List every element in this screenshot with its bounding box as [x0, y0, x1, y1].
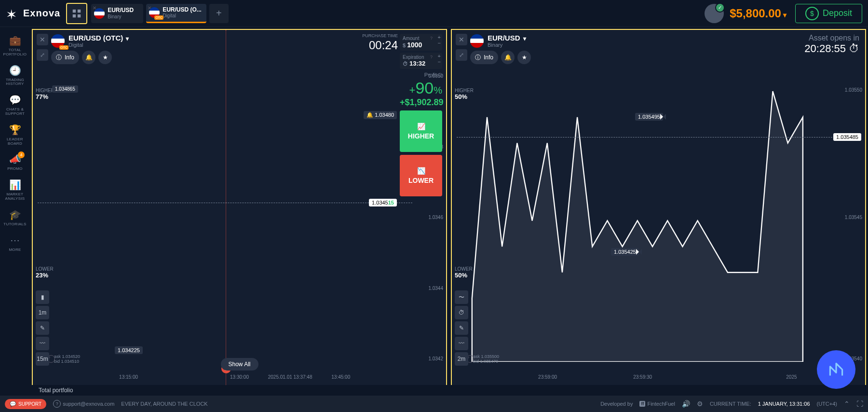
sidebar-item-chats[interactable]: 💬CHATS & SUPPORT: [1, 91, 28, 119]
timeframe-button[interactable]: ⏱: [455, 306, 468, 319]
line-chart[interactable]: [466, 85, 831, 362]
close-panel-button[interactable]: ✕: [37, 34, 48, 45]
expiration-input[interactable]: Expiration 13:32 ? +−: [400, 53, 442, 69]
more-icon: ⋯: [10, 234, 20, 246]
high-price-label: 1.035495: [635, 113, 663, 121]
sidebar-item-analysis[interactable]: 📊MARKET ANALYSIS: [1, 176, 28, 204]
footer: SUPPORT support@exnova.com EVERY DAY, AR…: [0, 396, 868, 412]
current-time-value: 1 JANUARY, 13:31:06: [758, 401, 810, 407]
sidebar-item-leaderboard[interactable]: 🏆LEADER BOARD: [1, 121, 28, 149]
chart-type-button[interactable]: 〜: [455, 290, 468, 304]
bell-icon: 🔔: [366, 112, 375, 118]
sound-icon[interactable]: 🔊: [682, 400, 690, 408]
portfolio-bar[interactable]: Total portfolio: [30, 385, 868, 396]
support-email[interactable]: support@exnova.com: [53, 400, 114, 408]
profit-label: Profit: [400, 72, 442, 79]
x-axis: 23:59:00 23:59:30 2025: [500, 374, 817, 381]
indicator-button[interactable]: 〰: [455, 337, 468, 350]
svg-rect-0: [73, 9, 76, 12]
sidebar-item-portfolio[interactable]: 💼TOTAL PORTFOLIO: [1, 32, 28, 60]
collapse-icon[interactable]: ⌃: [844, 400, 850, 408]
alert-button[interactable]: 🔔: [82, 51, 95, 64]
alert-button[interactable]: 🔔: [501, 51, 515, 64]
avatar[interactable]: [705, 4, 724, 23]
trend-up-icon: 📈: [417, 123, 425, 130]
svg-rect-1: [78, 9, 81, 12]
chart-panel-2: ✕ ⤢ EUR/USD Binary ⓘInfo 🔔 ★ A: [451, 29, 866, 386]
minus-button[interactable]: −: [438, 59, 441, 65]
timeframe-1m[interactable]: 1m: [36, 306, 49, 319]
info-button[interactable]: ⓘInfo: [470, 51, 498, 64]
minus-button[interactable]: −: [438, 41, 441, 46]
alert-price-flag: 🔔 1.03480: [364, 111, 397, 119]
plus-button[interactable]: +: [438, 35, 441, 40]
expand-panel-button[interactable]: ⤢: [37, 49, 48, 61]
brand-icon: [6, 7, 19, 20]
fab-button[interactable]: [817, 350, 855, 389]
slogan: EVERY DAY, AROUND THE CLOCK: [121, 401, 207, 407]
timeframe-15m[interactable]: 15m: [36, 352, 49, 366]
support-button[interactable]: SUPPORT: [5, 399, 46, 409]
flag-icon: [470, 34, 484, 48]
timeframe-2m[interactable]: 2m: [455, 352, 468, 366]
sidebar: 💼TOTAL PORTFOLIO 🕘TRADING HISTORY 💬CHATS…: [0, 27, 30, 396]
sidebar-item-promo[interactable]: 📣PROMO4: [1, 151, 28, 174]
sidebar-item-tutorials[interactable]: 🎓TUTORIALS: [1, 206, 28, 230]
opens-in-value: 20:28:55⏱: [804, 42, 859, 55]
add-tab-button[interactable]: +: [209, 4, 229, 23]
fintechfuel-link[interactable]: FintechFuel: [639, 401, 675, 407]
bid-ask-display: ? ask 1.034520bid 1.034510: [54, 354, 80, 364]
layout-grid-button[interactable]: [66, 3, 87, 24]
tab-eurusd-digital[interactable]: ✕ EUR/USD (O... Digital: [146, 4, 206, 23]
chart-panel-1: ✕ ⤢ EUR/USD (OTC) Digital ⓘInfo 🔔 ★: [32, 29, 447, 386]
deposit-button[interactable]: Deposit: [795, 4, 862, 23]
graduation-icon: 🎓: [9, 209, 21, 220]
current-price-line: [457, 137, 861, 137]
trophy-icon: 🏆: [9, 124, 21, 136]
lower-sentiment: LOWER 23%: [36, 266, 54, 279]
tab-eurusd-binary[interactable]: ✕ EUR/USD Binary: [91, 4, 143, 23]
bid-ask-display: ? ask 1.035500bid 1.035470: [473, 354, 499, 364]
close-panel-button[interactable]: ✕: [456, 34, 467, 45]
amount-input[interactable]: Amount 1000 ? +−: [400, 34, 442, 51]
sidebar-item-more[interactable]: ⋯MORE: [1, 232, 28, 255]
help-icon[interactable]: ?: [430, 55, 433, 59]
profit-amount: +$1,902.89: [400, 97, 442, 108]
balance-dropdown[interactable]: $5,800.00: [730, 7, 787, 20]
chart-icon: 📊: [9, 179, 21, 191]
fullscreen-icon[interactable]: ⛶: [856, 400, 863, 408]
lower-button[interactable]: 📉LOWER: [400, 155, 442, 196]
plus-button[interactable]: +: [438, 54, 441, 59]
flag-icon: [149, 7, 160, 18]
developed-by: Developed by: [600, 401, 633, 407]
indicator-button[interactable]: 〰: [36, 337, 49, 350]
timezone: (UTC+4): [817, 401, 837, 407]
bell-icon: 🔔: [85, 54, 93, 61]
star-icon: ★: [103, 54, 108, 61]
expand-panel-button[interactable]: ⤢: [456, 49, 467, 61]
asset-selector[interactable]: EUR/USD Binary: [470, 34, 531, 48]
asset-selector[interactable]: EUR/USD (OTC) Digital: [51, 34, 129, 48]
settings-icon[interactable]: ⚙: [697, 400, 703, 408]
flag-icon: [51, 34, 65, 48]
candle-type-button[interactable]: ▮: [36, 290, 49, 304]
higher-button[interactable]: 📈HIGHER: [400, 110, 442, 152]
favorite-button[interactable]: ★: [517, 51, 531, 64]
candlestick-chart[interactable]: [44, 85, 401, 362]
info-button[interactable]: ⓘInfo: [51, 51, 79, 64]
low-price-label: 1.034225: [115, 346, 143, 354]
draw-tool-button[interactable]: ✎: [36, 321, 49, 335]
star-icon: ★: [522, 54, 527, 61]
show-all-button[interactable]: Show All: [220, 358, 258, 371]
purchase-time-label: PURCHASE TIME: [362, 34, 398, 39]
favorite-button[interactable]: ★: [98, 51, 112, 64]
draw-tool-button[interactable]: ✎: [455, 321, 468, 335]
brand-logo[interactable]: Exnova: [6, 7, 60, 20]
tab-asset-type: Binary: [108, 14, 134, 19]
svg-rect-3: [78, 14, 81, 17]
sidebar-item-history[interactable]: 🕘TRADING HISTORY: [1, 62, 28, 90]
info-icon: ⓘ: [56, 54, 62, 62]
info-icon: ⓘ: [475, 54, 481, 62]
help-icon[interactable]: ?: [430, 36, 433, 41]
fab-icon: [826, 359, 846, 380]
